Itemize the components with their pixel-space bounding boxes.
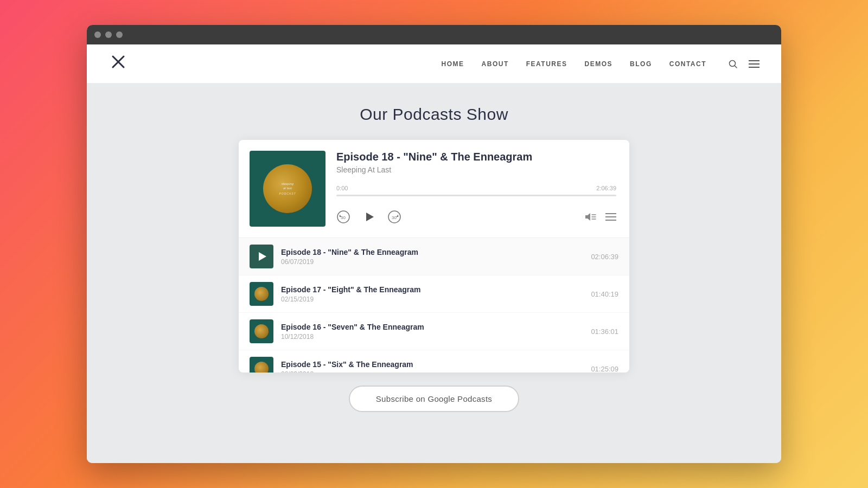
menu-button[interactable] [749,60,760,68]
episode-duration-3: 01:36:01 [591,328,618,336]
nav-links: HOME ABOUT FEATURES DEMOS BLOG CONTACT [442,60,706,68]
podcast-card: sleeping at last PODCAST Episode 18 - "N… [239,140,629,373]
album-text: sleeping at last PODCAST [279,182,296,195]
episode-thumb-3 [250,319,273,343]
episode-title-3: Episode 16 - "Seven" & The Enneagram [281,323,582,331]
current-episode-show: Sleeping At Last [336,165,616,174]
time-current: 0:00 [336,185,348,191]
logo[interactable] [108,52,128,75]
rewind-button[interactable]: 30 [336,210,350,224]
browser-titlebar [87,25,781,44]
nav-blog[interactable]: BLOG [630,60,652,68]
svg-text:30: 30 [341,215,346,220]
progress-times: 0:00 2:06:39 [336,185,616,191]
episode-thumb-circle-2 [254,287,269,301]
page-title: Our Podcasts Show [360,105,508,124]
episode-info-4: Episode 15 - "Six" & The Enneagram 08/03… [281,360,582,373]
episode-info-3: Episode 16 - "Seven" & The Enneagram 10/… [281,323,582,341]
browser-content: HOME ABOUT FEATURES DEMOS BLOG CONTACT [87,44,781,463]
episode-play-icon-1 [259,252,266,261]
nav-icons [728,59,760,69]
album-circle: sleeping at last PODCAST [263,164,312,213]
player-info: Episode 18 - "Nine" & The Enneagram Slee… [326,151,616,227]
subscribe-button[interactable]: Subscribe on Google Podcasts [349,386,519,412]
svg-text:30: 30 [392,215,397,220]
episode-item-1[interactable]: Episode 18 - "Nine" & The Enneagram 06/0… [239,238,629,275]
volume-icon [585,212,597,222]
nav-about[interactable]: ABOUT [482,60,509,68]
episode-info-1: Episode 18 - "Nine" & The Enneagram 06/0… [281,248,582,266]
episode-item-4[interactable]: Episode 15 - "Six" & The Enneagram 08/03… [239,350,629,373]
episode-title-2: Episode 17 - "Eight" & The Enneagram [281,285,582,294]
episode-thumb-play-1 [250,245,273,268]
episode-title-4: Episode 15 - "Six" & The Enneagram [281,360,582,369]
search-icon [728,59,738,69]
episode-duration-4: 01:25:09 [591,365,618,373]
episode-duration-1: 02:06:39 [591,253,618,261]
episode-item-2[interactable]: Episode 17 - "Eight" & The Enneagram 02/… [239,275,629,313]
svg-marker-7 [366,213,374,221]
episode-info-2: Episode 17 - "Eight" & The Enneagram 02/… [281,285,582,303]
svg-marker-10 [585,213,590,221]
album-art: sleeping at last PODCAST [250,151,326,227]
play-button[interactable] [359,207,379,227]
main-content: Our Podcasts Show sleeping at last PODCA… [87,84,781,463]
episode-item-3[interactable]: Episode 16 - "Seven" & The Enneagram 10/… [239,313,629,350]
episode-title-1: Episode 18 - "Nine" & The Enneagram [281,248,582,256]
controls-right [585,212,616,222]
nav-home[interactable]: HOME [442,60,464,68]
play-icon [360,208,378,226]
browser-dot-green [116,31,123,38]
browser-window: HOME ABOUT FEATURES DEMOS BLOG CONTACT [87,25,781,463]
episode-date-3: 10/12/2018 [281,333,582,341]
browser-dot-red [94,31,101,38]
current-episode-title: Episode 18 - "Nine" & The Enneagram [336,151,616,163]
progress-bar[interactable] [336,195,616,196]
svg-point-0 [730,60,736,66]
player-section: sleeping at last PODCAST Episode 18 - "N… [239,140,629,238]
player-controls: 30 [336,207,616,227]
episode-thumb-circle-3 [254,324,269,338]
rewind-icon: 30 [336,210,350,224]
playlist-button[interactable] [605,213,616,221]
forward-icon: 30 [387,210,401,224]
episode-thumb-4 [250,357,273,373]
nav-features[interactable]: FEATURES [526,60,567,68]
svg-line-1 [735,66,737,68]
episode-duration-2: 01:40:19 [591,290,618,298]
volume-button[interactable] [585,212,597,222]
episode-list: Episode 18 - "Nine" & The Enneagram 06/0… [239,238,629,373]
search-button[interactable] [728,59,738,69]
episode-date-2: 02/15/2019 [281,296,582,303]
episode-date-4: 08/03/2018 [281,370,582,373]
nav-demos[interactable]: DEMOS [585,60,613,68]
nav-contact[interactable]: CONTACT [669,60,706,68]
navbar: HOME ABOUT FEATURES DEMOS BLOG CONTACT [87,44,781,84]
progress-area: 0:00 2:06:39 [336,185,616,196]
browser-dot-yellow [105,31,112,38]
hamburger-icon [749,60,760,68]
episode-thumb-2 [250,282,273,306]
time-total: 2:06:39 [596,185,616,191]
episode-thumb-circle-4 [254,362,269,373]
forward-button[interactable]: 30 [387,210,401,224]
playlist-icon [605,213,616,221]
episode-date-1: 06/07/2019 [281,258,582,266]
